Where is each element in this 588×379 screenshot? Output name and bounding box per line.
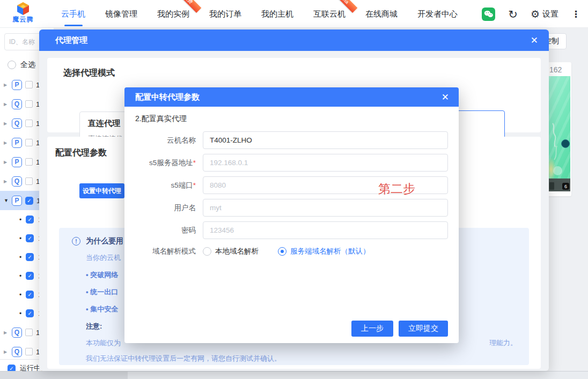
step-two-annotation: 第二步 <box>378 181 415 197</box>
row-checkbox[interactable] <box>25 120 33 127</box>
expand-caret-icon[interactable]: ▶ <box>4 160 9 165</box>
top-nav: 魔云腾 云手机 镜像管理 我的实例 续费 我的订单 我的主机 互联云机 beta… <box>0 0 588 28</box>
phone-screen-thumbnail[interactable]: 6 <box>548 76 570 191</box>
setup-relay-proxy-button[interactable]: 设置中转代理 <box>79 183 124 198</box>
bullet-icon: • <box>19 272 21 280</box>
bullet-icon: • <box>19 291 21 299</box>
nav-item-cloud-phone[interactable]: 云手机 <box>60 1 86 27</box>
device-type-badge: Q <box>12 176 22 187</box>
machine-name-input[interactable] <box>203 131 448 149</box>
subrow-checkbox-checked[interactable] <box>26 291 34 299</box>
previous-step-button[interactable]: 上一步 <box>351 321 393 337</box>
proxy-modal-header: 代理管理 ✕ <box>39 29 549 51</box>
bullet-icon: • <box>19 235 21 242</box>
thumbnail-ghost-circle <box>553 166 562 175</box>
nav-item-image-management[interactable]: 镜像管理 <box>104 1 138 27</box>
device-type-badge: Q <box>12 347 22 357</box>
bullet-icon: • <box>19 216 21 224</box>
s5-server-input[interactable] <box>203 154 448 172</box>
row-checkbox-checked[interactable] <box>25 197 33 205</box>
device-type-badge: Q <box>12 118 22 129</box>
submit-button[interactable]: 立即提交 <box>399 321 448 337</box>
nav-menu: 云手机 镜像管理 我的实例 续费 我的订单 我的主机 互联云机 beta 在线商… <box>60 0 459 28</box>
nav-item-my-orders[interactable]: 我的订单 <box>208 1 242 27</box>
bullet-icon: • <box>19 310 21 317</box>
form-row-machine-name: 云机名称 <box>135 131 448 149</box>
nav-item-developer-center[interactable]: 开发者中心 <box>416 1 459 27</box>
select-all-row[interactable]: 全选 <box>8 60 35 70</box>
row-checkbox[interactable] <box>25 348 33 355</box>
subrow-checkbox-checked[interactable] <box>26 215 34 224</box>
relay-modal-footer: 上一步 立即提交 <box>351 321 448 337</box>
nav-item-my-instances[interactable]: 我的实例 续费 <box>156 1 190 27</box>
form-row-s5-server: s5服务器地址* <box>135 154 448 172</box>
relay-config-modal: 配置中转代理参数 ✕ 2.配置真实代理 云机名称 s5服务器地址* s5端口* … <box>124 87 459 343</box>
note-line1-left: 本功能仅为 <box>86 338 121 348</box>
dns-option-server-default[interactable]: 服务端域名解析（默认） <box>278 247 370 256</box>
settings-label: 设置 <box>542 9 558 19</box>
relay-modal-title: 配置中转代理参数 <box>135 92 200 102</box>
expand-caret-icon[interactable]: ▶ <box>4 179 9 184</box>
relay-modal-header: 配置中转代理参数 ✕ <box>124 87 459 107</box>
expand-caret-icon[interactable]: ▶ <box>4 102 9 107</box>
radio-icon <box>203 247 211 256</box>
subrow-checkbox-checked[interactable] <box>26 272 34 280</box>
username-input[interactable] <box>203 199 448 217</box>
machine-name-label: 云机名称 <box>135 136 203 145</box>
expand-caret-icon[interactable]: ▶ <box>4 350 9 354</box>
close-icon[interactable]: ✕ <box>442 93 449 102</box>
wechat-icon[interactable] <box>482 8 495 21</box>
nav-item-my-hosts[interactable]: 我的主机 <box>260 1 295 27</box>
kebab-menu-icon[interactable]: ⋮ <box>571 9 580 20</box>
device-type-badge: P <box>12 138 22 148</box>
row-checkbox[interactable] <box>25 100 33 108</box>
dns-options: 本地域名解析 服务端域名解析（默认） <box>203 247 370 256</box>
step-heading: 2.配置真实代理 <box>135 114 448 125</box>
s5-port-label: s5端口* <box>135 181 203 190</box>
dns-mode-label: 域名解析模式 <box>135 247 203 256</box>
device-type-badge: P <box>12 157 22 167</box>
nav-item-interconnect-cloud[interactable]: 互联云机 beta <box>312 1 347 27</box>
username-label: 用户名 <box>135 203 203 213</box>
page: 魔云腾 云手机 镜像管理 我的实例 续费 我的订单 我的主机 互联云机 beta… <box>0 0 588 379</box>
row-checkbox[interactable] <box>25 329 33 336</box>
device-number: 162 <box>547 62 571 76</box>
row-checkbox[interactable] <box>25 81 33 88</box>
nav-item-online-store[interactable]: 在线商城 <box>364 1 399 27</box>
select-all-radio[interactable] <box>8 61 16 69</box>
expand-caret-icon[interactable]: ▶ <box>4 140 9 145</box>
password-input[interactable] <box>203 221 448 239</box>
settings-button[interactable]: ⚙ 设置 <box>531 9 558 19</box>
expand-caret-icon[interactable]: ▶ <box>4 330 9 335</box>
row-checkbox[interactable] <box>25 177 33 185</box>
device-type-badge: P <box>12 196 22 206</box>
form-row-username: 用户名 <box>135 199 448 217</box>
note-line-2: 我们无法保证中转代理设置后一定有网，请您自行测试并确认。 <box>86 354 516 363</box>
note-line1-right: 理能力。 <box>489 338 517 348</box>
dns-option-local[interactable]: 本地域名解析 <box>203 247 259 256</box>
brand-name: 魔云腾 <box>9 15 38 24</box>
notification-count-badge: 6 <box>562 183 569 190</box>
radio-icon-selected <box>278 247 286 256</box>
subrow-checkbox-checked[interactable] <box>26 309 34 317</box>
info-icon: ! <box>72 237 80 246</box>
device-preview-card[interactable]: 162 6 <box>547 62 571 196</box>
refresh-icon[interactable]: ↻ <box>508 9 518 20</box>
active-underline <box>64 25 83 26</box>
subrow-checkbox-checked[interactable] <box>26 234 34 242</box>
params-section-title: 配置代理参数 <box>55 147 107 159</box>
expand-caret-icon[interactable]: ▶ <box>4 121 9 126</box>
info-heading: 为什么要用 <box>86 236 123 246</box>
subrow-checkbox-checked[interactable] <box>26 253 34 261</box>
password-label: 密码 <box>135 226 203 235</box>
footer-left-block <box>0 371 128 379</box>
expand-caret-icon[interactable]: ▶ <box>4 83 9 87</box>
brand-logo[interactable]: 魔云腾 <box>9 2 38 24</box>
collapse-caret-icon[interactable]: ▼ <box>4 198 9 203</box>
row-checkbox[interactable] <box>25 158 33 166</box>
close-icon[interactable]: ✕ <box>531 36 538 45</box>
form-row-password: 密码 <box>135 221 448 239</box>
row-checkbox[interactable] <box>25 139 33 146</box>
device-type-badge: P <box>12 80 22 90</box>
nav-right-tools: ↻ ⚙ 设置 ⋮ <box>482 0 580 28</box>
